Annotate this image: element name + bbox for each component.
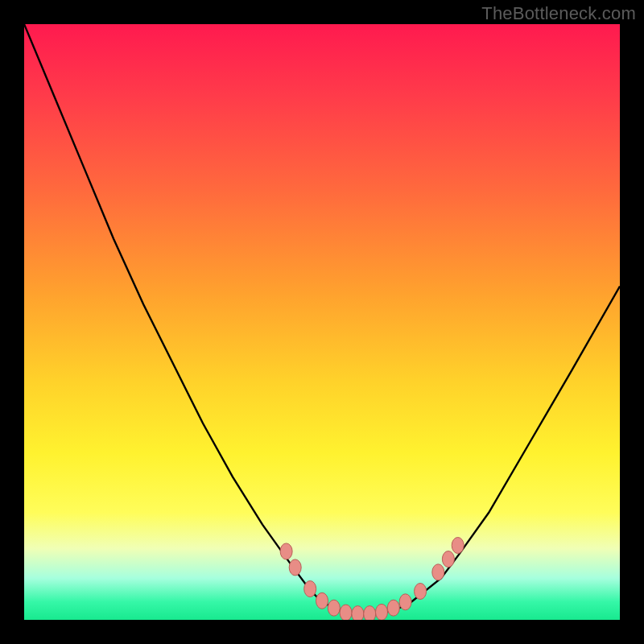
curve-marker (387, 600, 399, 616)
curve-marker (432, 564, 444, 580)
chart-svg (24, 24, 620, 620)
curve-marker (352, 606, 364, 620)
watermark-text: TheBottleneck.com (481, 3, 636, 24)
curve-marker (304, 581, 316, 597)
curve-marker (452, 538, 464, 554)
curve-marker (289, 559, 301, 576)
curve-marker (442, 551, 454, 568)
chart-plot-area (24, 24, 620, 620)
curve-marker (280, 543, 292, 559)
marker-group (280, 538, 464, 621)
bottleneck-curve (24, 24, 620, 614)
curve-marker (316, 592, 328, 609)
curve-marker (376, 604, 388, 620)
curve-marker (364, 606, 376, 620)
curve-marker (415, 584, 427, 600)
chart-frame: TheBottleneck.com (0, 0, 644, 644)
curve-marker (340, 605, 352, 620)
curve-marker (399, 594, 411, 610)
curve-marker (328, 600, 340, 616)
